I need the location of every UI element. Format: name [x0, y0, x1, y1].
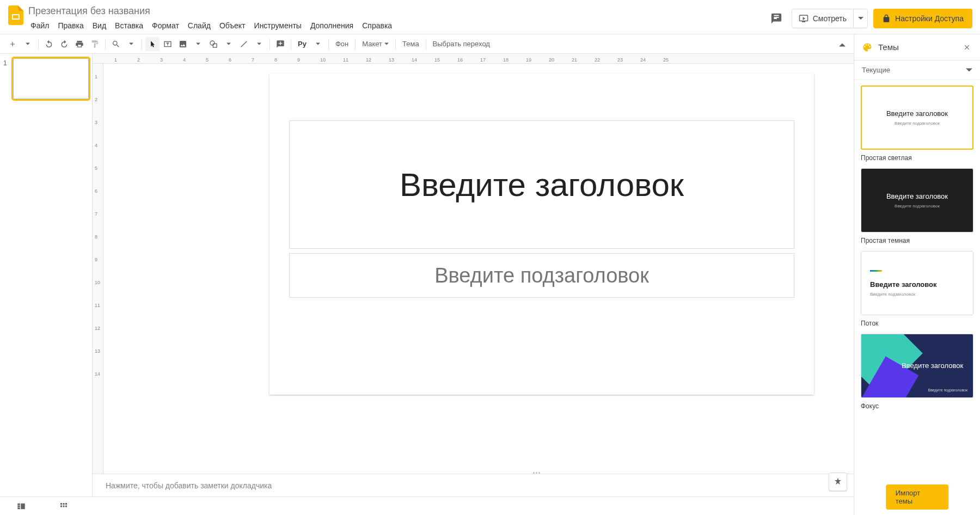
themes-list[interactable]: Введите заголовок Введите подзаголовок П… [854, 80, 980, 515]
menu-help[interactable]: Справка [358, 19, 396, 32]
thumb-number: 1 [3, 58, 10, 99]
new-slide-button[interactable] [5, 37, 20, 51]
menu-view[interactable]: Вид [88, 19, 111, 32]
notes-resize-handle[interactable] [525, 472, 547, 475]
layout-button[interactable]: Макет [359, 37, 392, 51]
paint-roller-icon [90, 40, 99, 48]
present-dropdown[interactable] [853, 9, 867, 28]
slide[interactable]: Введите заголовок Введите подзаголовок [270, 73, 814, 395]
svg-rect-1 [13, 15, 19, 19]
theme-button[interactable]: Тема [399, 37, 422, 51]
themes-section-header[interactable]: Текущие [854, 60, 980, 80]
theme-preview-title: Введите заголовок [886, 192, 948, 200]
image-tool[interactable] [176, 37, 190, 51]
menu-format[interactable]: Формат [148, 19, 183, 32]
theme-label: Фокус [861, 401, 973, 413]
redo-icon [60, 40, 69, 48]
import-theme-button[interactable]: Импорт темы [886, 485, 949, 510]
present-label: Смотреть [813, 14, 847, 23]
comment-tool[interactable] [273, 37, 287, 51]
separator [291, 39, 291, 50]
separator [328, 39, 329, 50]
app-logo[interactable] [5, 3, 26, 34]
slide-subtitle-box[interactable]: Введите подзаголовок [289, 253, 794, 298]
line-tool[interactable] [237, 37, 251, 51]
print-icon [75, 40, 84, 48]
image-dropdown[interactable] [191, 37, 205, 51]
theme-label: Простая светлая [861, 153, 973, 165]
separator [395, 39, 396, 50]
chevron-up-icon [839, 41, 846, 48]
theme-preview-sub: Введите подзаголовок [895, 204, 940, 209]
svg-rect-4 [17, 503, 20, 505]
palette-icon [862, 42, 873, 53]
themes-title: Темы [878, 42, 956, 52]
notes-placeholder: Нажмите, чтобы добавить заметки докладчи… [106, 481, 272, 490]
chevron-down-icon [26, 42, 30, 46]
separator [426, 39, 426, 50]
textbox-tool[interactable] [161, 37, 175, 51]
slide-title-box[interactable]: Введите заголовок [289, 120, 794, 249]
share-button[interactable]: Настройки Доступа [873, 9, 972, 28]
shape-dropdown[interactable] [222, 37, 236, 51]
grid-icon [59, 501, 69, 511]
script-dropdown[interactable] [311, 37, 325, 51]
theme-card-simple-light[interactable]: Введите заголовок Введите подзаголовок [861, 85, 973, 150]
theme-label: Простая темная [861, 236, 973, 248]
explore-button[interactable] [829, 473, 847, 491]
theme-card-simple-dark[interactable]: Введите заголовок Введите подзаголовок [861, 168, 973, 232]
menu-addons[interactable]: Дополнения [306, 19, 358, 32]
print-button[interactable] [72, 37, 87, 51]
grid-view-button[interactable] [59, 501, 69, 511]
themes-section-label: Текущие [862, 66, 890, 74]
themes-close-button[interactable] [961, 42, 972, 53]
svg-rect-12 [63, 505, 65, 507]
shape-tool[interactable] [206, 37, 220, 51]
cursor-icon [149, 40, 156, 48]
canvas-scroll[interactable]: Введите заголовок Введите подзаголовок [103, 64, 980, 474]
menu-slide[interactable]: Слайд [183, 19, 215, 32]
separator [105, 39, 106, 50]
theme-preview-sub: Введите подзаголовок [870, 292, 915, 297]
theme-preview-title: Введите заголовок [870, 280, 937, 289]
menu-edit[interactable]: Правка [53, 19, 88, 32]
main-area: 1 12345678910111213141516171819202122232… [0, 54, 980, 496]
svg-rect-13 [65, 505, 67, 507]
svg-rect-5 [17, 505, 20, 507]
theme-card-focus[interactable]: Введите заголовок Введите подзаголовок [861, 334, 973, 398]
zoom-button[interactable] [109, 37, 123, 51]
menu-file[interactable]: Файл [26, 19, 53, 32]
header-actions: Смотреть Настройки Доступа [767, 3, 975, 34]
canvas-body: 1234567891011121314 Введите заголовок Вв… [93, 64, 980, 474]
background-button[interactable]: Фон [332, 37, 352, 51]
select-tool[interactable] [145, 37, 160, 51]
collapse-toolbar-button[interactable] [835, 38, 849, 52]
doc-title[interactable]: Презентация без названия [26, 5, 767, 17]
present-button-main[interactable]: Смотреть [792, 9, 853, 28]
script-tool[interactable]: Py [295, 37, 310, 51]
menu-insert[interactable]: Вставка [111, 19, 148, 32]
filmstrip-icon [16, 501, 26, 511]
theme-accent-bar [870, 270, 882, 272]
present-button[interactable]: Смотреть [792, 9, 868, 28]
new-slide-dropdown[interactable] [21, 37, 35, 51]
paint-format-button[interactable] [88, 37, 102, 51]
transition-button[interactable]: Выбрать переход [430, 37, 493, 51]
line-dropdown[interactable] [252, 37, 266, 51]
theme-card-stream[interactable]: Введите заголовок Введите подзаголовок [861, 251, 973, 315]
redo-button[interactable] [57, 37, 71, 51]
svg-rect-10 [65, 503, 67, 505]
zoom-dropdown[interactable] [124, 37, 138, 51]
menu-object[interactable]: Объект [215, 19, 250, 32]
slide-thumbnail-1[interactable]: 1 [3, 58, 89, 99]
menu-tools[interactable]: Инструменты [250, 19, 306, 32]
undo-button[interactable] [42, 37, 56, 51]
undo-icon [45, 40, 53, 48]
filmstrip-view-button[interactable] [16, 501, 26, 511]
thumb-preview[interactable] [13, 58, 89, 99]
comments-button[interactable] [767, 9, 786, 28]
chevron-down-icon [384, 42, 389, 46]
chevron-down-icon [129, 42, 133, 46]
svg-rect-9 [63, 503, 65, 505]
toolbar: Py Фон Макет Тема Выбрать переход [0, 34, 980, 54]
